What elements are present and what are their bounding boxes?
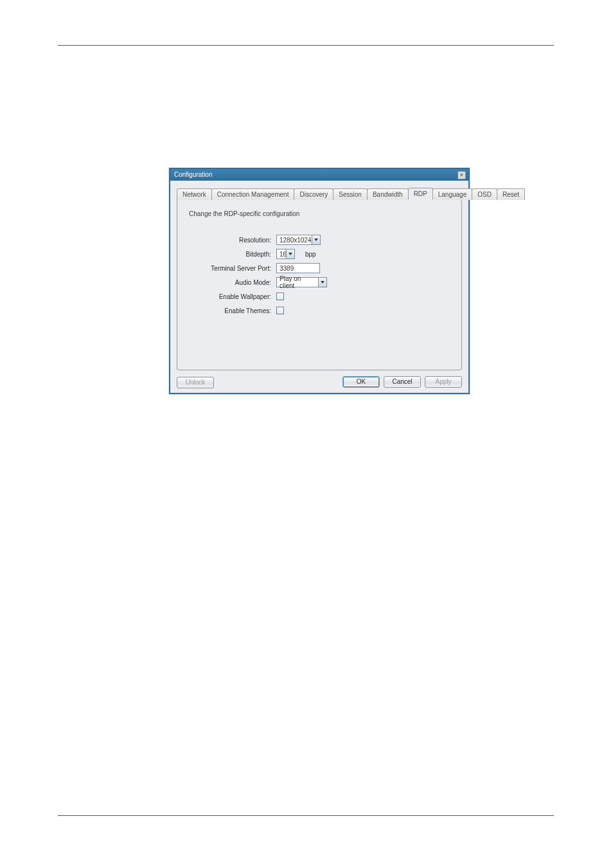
bitdepth-select[interactable]: 16	[276, 249, 295, 259]
tab-connection-management[interactable]: Connection Management	[211, 188, 295, 200]
audio-select[interactable]: Play on client	[276, 277, 327, 287]
resolution-value: 1280x1024	[277, 235, 312, 244]
unlock-button[interactable]: Unlock	[177, 377, 214, 388]
tab-bandwidth[interactable]: Bandwidth	[367, 188, 409, 200]
themes-checkbox[interactable]	[276, 307, 284, 314]
close-button[interactable]: ×	[458, 171, 466, 179]
label-bitdepth: Bitdepth:	[185, 251, 276, 258]
bitdepth-value: 16	[277, 249, 286, 258]
cancel-button[interactable]: Cancel	[384, 376, 421, 388]
label-themes: Enable Themes:	[185, 307, 276, 314]
row-themes: Enable Themes:	[185, 303, 454, 318]
label-wallpaper: Enable Wallpaper:	[185, 293, 276, 300]
tab-discovery[interactable]: Discovery	[294, 188, 333, 200]
rdp-form: Resolution: 1280x1024 Bitdepth:	[185, 233, 454, 318]
ok-button[interactable]: OK	[342, 376, 380, 388]
bitdepth-suffix: bpp	[305, 251, 316, 258]
tab-osd[interactable]: OSD	[472, 188, 497, 200]
tab-session[interactable]: Session	[333, 188, 368, 200]
audio-dropdown-button[interactable]	[318, 278, 326, 287]
control-bitdepth: 16 bpp	[276, 249, 316, 259]
dialog-title: Configuration	[174, 169, 212, 181]
label-resolution: Resolution:	[185, 237, 276, 244]
audio-value: Play on client	[277, 278, 318, 287]
page: Configuration × Network Connection Manag…	[0, 0, 613, 868]
header-rule	[58, 45, 554, 46]
dialog-buttons-left: Unlock	[177, 375, 214, 388]
chevron-down-icon	[314, 239, 318, 241]
close-icon: ×	[460, 172, 463, 178]
configuration-dialog: Configuration × Network Connection Manag…	[169, 168, 470, 394]
control-port: 3389	[276, 263, 320, 273]
wallpaper-checkbox[interactable]	[276, 293, 284, 300]
tab-language[interactable]: Language	[432, 188, 473, 200]
chevron-down-icon	[289, 253, 292, 255]
control-audio: Play on client	[276, 277, 327, 287]
tab-network[interactable]: Network	[177, 188, 212, 200]
control-resolution: 1280x1024	[276, 235, 321, 245]
dialog-body: Network Connection Management Discovery …	[170, 181, 468, 393]
apply-button[interactable]: Apply	[425, 376, 462, 388]
bitdepth-dropdown-button[interactable]	[286, 249, 294, 258]
label-port: Terminal Server Port:	[185, 265, 276, 272]
chevron-down-icon	[321, 281, 324, 284]
panel-description: Change the RDP-specific configuration	[189, 210, 454, 217]
label-audio: Audio Mode:	[185, 279, 276, 286]
row-resolution: Resolution: 1280x1024	[185, 233, 454, 247]
footer-rule	[58, 815, 554, 816]
port-input[interactable]: 3389	[276, 263, 320, 273]
resolution-select[interactable]: 1280x1024	[276, 235, 321, 245]
port-value: 3389	[280, 265, 294, 272]
control-wallpaper	[276, 293, 284, 300]
dialog-buttons: Unlock OK Cancel Apply	[177, 375, 462, 388]
row-wallpaper: Enable Wallpaper:	[185, 289, 454, 303]
row-bitdepth: Bitdepth: 16 bpp	[185, 247, 454, 261]
tab-panel-rdp: Change the RDP-specific configuration Re…	[177, 199, 462, 370]
control-themes	[276, 307, 284, 314]
dialog-buttons-right: OK Cancel Apply	[342, 376, 462, 388]
row-audio: Audio Mode: Play on client	[185, 275, 454, 289]
tab-reset[interactable]: Reset	[497, 188, 525, 200]
dialog-titlebar: Configuration ×	[170, 169, 468, 181]
row-port: Terminal Server Port: 3389	[185, 261, 454, 275]
tab-strip: Network Connection Management Discovery …	[177, 187, 462, 199]
resolution-dropdown-button[interactable]	[312, 235, 320, 244]
tab-rdp[interactable]: RDP	[408, 188, 433, 200]
